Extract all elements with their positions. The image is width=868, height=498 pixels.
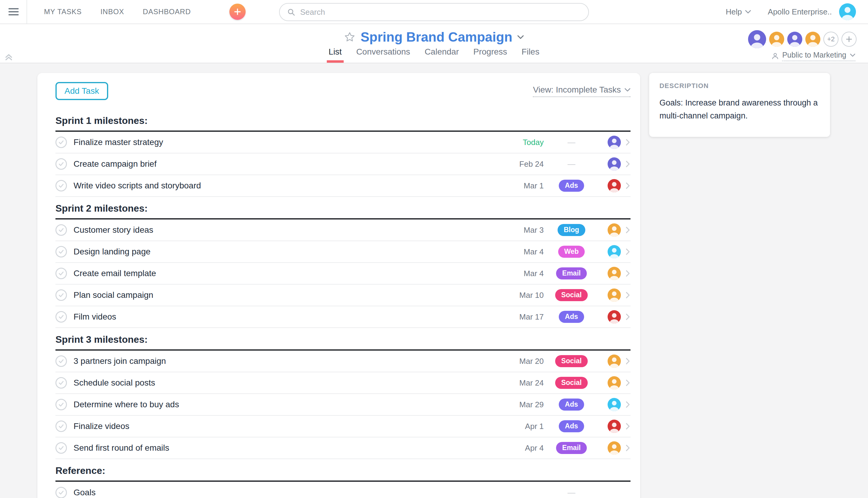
task-row[interactable]: Customer story ideas Mar 3 Blog xyxy=(55,220,630,241)
hamburger-menu-icon[interactable] xyxy=(9,8,19,15)
task-complete-checkbox[interactable] xyxy=(55,442,67,454)
collapse-header-icon[interactable] xyxy=(5,53,13,61)
task-name[interactable]: Film videos xyxy=(74,312,495,322)
create-button[interactable] xyxy=(229,4,246,20)
task-complete-checkbox[interactable] xyxy=(55,268,67,279)
add-member-button[interactable] xyxy=(841,32,856,47)
project-menu-chevron-icon[interactable] xyxy=(517,35,524,39)
task-due-date: Apr 4 xyxy=(495,443,544,453)
help-menu[interactable]: Help xyxy=(726,7,751,16)
task-name[interactable]: Create campaign brief xyxy=(74,159,495,169)
task-tag[interactable]: Ads xyxy=(559,398,584,410)
task-row[interactable]: Goals — xyxy=(55,482,630,498)
task-complete-checkbox[interactable] xyxy=(55,289,67,301)
tab-files[interactable]: Files xyxy=(522,47,539,63)
tab-conversations[interactable]: Conversations xyxy=(356,47,410,63)
assignee-avatar[interactable] xyxy=(607,310,621,324)
task-name[interactable]: Plan social campaign xyxy=(74,290,495,300)
task-tag[interactable]: Ads xyxy=(559,420,584,432)
task-tag[interactable]: Social xyxy=(555,355,588,367)
task-name[interactable]: Customer story ideas xyxy=(74,225,495,235)
task-name[interactable]: 3 partners join campaign xyxy=(74,356,495,366)
task-complete-checkbox[interactable] xyxy=(55,420,67,432)
section-header[interactable]: Sprint 2 milestones: xyxy=(55,203,630,220)
assignee-avatar[interactable] xyxy=(607,157,621,171)
tab-list[interactable]: List xyxy=(329,47,342,63)
task-name[interactable]: Goals xyxy=(74,488,495,497)
member-overflow-button[interactable]: +2 xyxy=(824,32,839,47)
task-complete-checkbox[interactable] xyxy=(55,377,67,389)
task-tag[interactable]: Social xyxy=(555,289,588,301)
task-tag[interactable]: Email xyxy=(556,442,587,454)
assignee-avatar[interactable] xyxy=(607,398,621,411)
task-row[interactable]: Write video scripts and storyboard Mar 1… xyxy=(55,175,630,197)
member-avatar[interactable] xyxy=(748,30,766,48)
privacy-setting[interactable]: Public to Marketing xyxy=(771,51,855,61)
task-row[interactable]: Plan social campaign Mar 10 Social xyxy=(55,285,630,306)
section-header[interactable]: Sprint 1 milestones: xyxy=(55,115,630,132)
section-header[interactable]: Reference: xyxy=(55,465,630,482)
task-complete-checkbox[interactable] xyxy=(55,246,67,258)
task-row[interactable]: Schedule social posts Mar 24 Social xyxy=(55,372,630,394)
assignee-avatar[interactable] xyxy=(607,376,621,390)
nav-my-tasks[interactable]: MY TASKS xyxy=(44,8,82,16)
task-row[interactable]: Send first round of emails Apr 4 Email xyxy=(55,437,630,459)
task-name[interactable]: Finalize master strategy xyxy=(74,137,495,147)
search-bar[interactable] xyxy=(279,3,589,21)
task-tag[interactable]: Blog xyxy=(558,224,585,236)
assignee-avatar[interactable] xyxy=(607,245,621,258)
assignee-avatar[interactable] xyxy=(607,354,621,368)
task-tag[interactable]: Email xyxy=(556,267,587,279)
tab-calendar[interactable]: Calendar xyxy=(425,47,459,63)
task-tag[interactable]: Ads xyxy=(559,311,584,323)
task-row[interactable]: Create email template Mar 4 Email xyxy=(55,263,630,285)
nav-inbox[interactable]: INBOX xyxy=(101,8,124,16)
task-row[interactable]: Finalize master strategy Today — xyxy=(55,132,630,154)
task-row[interactable]: Design landing page Mar 4 Web xyxy=(55,241,630,263)
task-name[interactable]: Schedule social posts xyxy=(74,378,495,388)
assignee-avatar[interactable] xyxy=(607,420,621,433)
task-name[interactable]: Send first round of emails xyxy=(74,443,495,453)
task-complete-checkbox[interactable] xyxy=(55,158,67,170)
task-tag[interactable]: Social xyxy=(555,377,588,389)
assignee-avatar[interactable] xyxy=(607,179,621,192)
task-row[interactable]: Film videos Mar 17 Ads xyxy=(55,306,630,328)
task-complete-checkbox[interactable] xyxy=(55,311,67,323)
task-name[interactable]: Design landing page xyxy=(74,247,495,257)
task-name[interactable]: Determine where to buy ads xyxy=(74,400,495,409)
task-name[interactable]: Write video scripts and storyboard xyxy=(74,181,495,191)
project-title[interactable]: Spring Brand Campaign xyxy=(360,29,512,44)
task-row[interactable]: Create campaign brief Feb 24 — xyxy=(55,154,630,175)
nav-dashboard[interactable]: DASHBOARD xyxy=(143,8,191,16)
member-avatar[interactable] xyxy=(769,32,784,47)
task-row[interactable]: Determine where to buy ads Mar 29 Ads xyxy=(55,394,630,416)
favorite-star-icon[interactable] xyxy=(344,32,355,42)
member-avatar[interactable] xyxy=(805,32,820,47)
assignee-avatar[interactable] xyxy=(607,223,621,237)
search-input[interactable] xyxy=(300,8,581,17)
task-complete-checkbox[interactable] xyxy=(55,224,67,236)
task-tag[interactable]: Web xyxy=(558,246,585,258)
task-name[interactable]: Create email template xyxy=(74,268,495,278)
section-header[interactable]: Sprint 3 milestones: xyxy=(55,334,630,351)
member-avatar[interactable] xyxy=(787,32,802,47)
assignee-avatar[interactable] xyxy=(607,288,621,302)
description-body[interactable]: Goals: Increase brand awareness through … xyxy=(659,96,820,122)
task-row[interactable]: Finalize videos Apr 1 Ads xyxy=(55,416,630,437)
task-complete-checkbox[interactable] xyxy=(55,180,67,192)
assignee-avatar[interactable] xyxy=(607,441,621,455)
task-row[interactable]: 3 partners join campaign Mar 20 Social xyxy=(55,351,630,372)
view-filter-dropdown[interactable]: View: Incomplete Tasks xyxy=(533,85,630,97)
task-complete-checkbox[interactable] xyxy=(55,136,67,148)
assignee-avatar[interactable] xyxy=(607,267,621,280)
tab-progress[interactable]: Progress xyxy=(473,47,507,63)
user-avatar[interactable] xyxy=(839,3,856,20)
add-task-button[interactable]: Add Task xyxy=(55,82,108,100)
task-complete-checkbox[interactable] xyxy=(55,399,67,410)
assignee-avatar[interactable] xyxy=(607,136,621,149)
task-complete-checkbox[interactable] xyxy=(55,355,67,367)
task-complete-checkbox[interactable] xyxy=(55,487,67,498)
org-menu[interactable]: Apollo Enterprise.. xyxy=(768,7,832,16)
task-tag[interactable]: Ads xyxy=(559,180,584,192)
task-name[interactable]: Finalize videos xyxy=(74,421,495,431)
